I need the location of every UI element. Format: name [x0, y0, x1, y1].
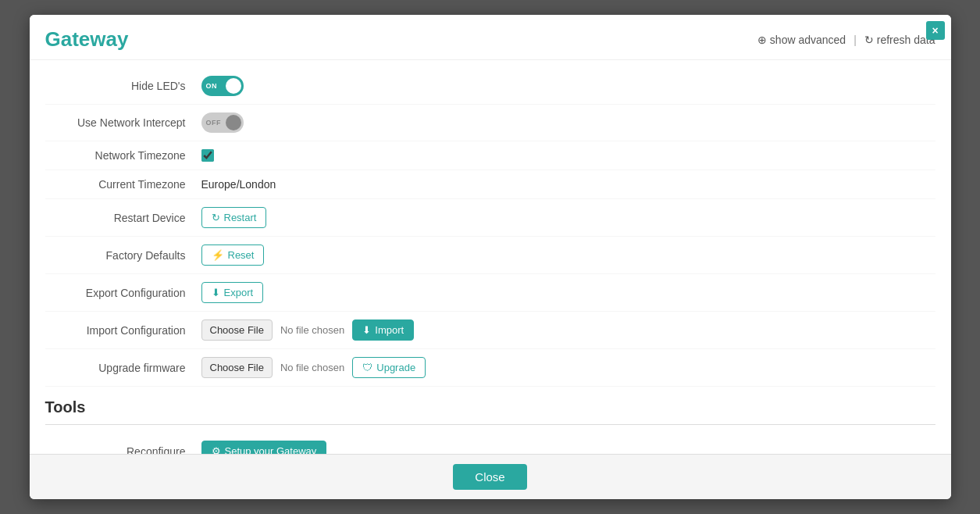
tools-title: Tools [45, 398, 935, 416]
gateway-modal: × Gateway ⊕ show advanced | ↻ refresh da… [30, 15, 951, 499]
refresh-icon: ↻ [864, 34, 874, 46]
tools-divider [45, 424, 935, 425]
import-config-control: Choose File No file chosen ⬇ Import [201, 319, 415, 341]
reset-button[interactable]: ⚡ Reset [201, 245, 265, 266]
reset-icon: ⚡ [212, 249, 224, 261]
upgrade-firmware-row: Upgrade firmware Choose File No file cho… [45, 349, 935, 387]
network-timezone-checkbox[interactable] [201, 149, 214, 162]
modal-body: Hide LED's ON Use Network Intercept OFF [30, 60, 951, 454]
upgrade-firmware-control: Choose File No file chosen 🛡 Upgrade [201, 357, 426, 378]
setup-button-wrapper: ⚙ Setup your Gateway ☞ [201, 441, 327, 454]
import-icon: ⬇ [362, 324, 371, 336]
current-timezone-label: Current Timezone [45, 178, 201, 191]
export-icon: ⬇ [212, 287, 220, 298]
restart-device-label: Restart Device [45, 212, 201, 224]
export-config-control: ⬇ Export [201, 282, 264, 303]
toggle-off-text: OFF [206, 119, 222, 127]
setup-icon: ⚙ [212, 445, 221, 454]
modal-footer: Close [30, 454, 951, 499]
setup-gateway-button[interactable]: ⚙ Setup your Gateway [201, 441, 327, 454]
factory-defaults-row: Factory Defaults ⚡ Reset [45, 237, 935, 274]
export-button[interactable]: ⬇ Export [201, 282, 264, 303]
export-config-row: Export Configuration ⬇ Export [45, 274, 935, 312]
upgrade-icon: 🛡 [362, 362, 372, 373]
header-divider: | [853, 34, 857, 46]
restart-icon: ↻ [212, 212, 220, 223]
current-timezone-row: Current Timezone Europe/London [45, 170, 935, 199]
network-intercept-row: Use Network Intercept OFF [45, 105, 935, 141]
network-timezone-label: Network Timezone [45, 149, 201, 162]
import-config-row: Import Configuration Choose File No file… [45, 312, 935, 349]
reset-label: Reset [228, 249, 255, 261]
export-config-label: Export Configuration [45, 287, 201, 299]
hide-leds-row: Hide LED's ON [45, 68, 935, 105]
import-button[interactable]: ⬇ Import [352, 319, 414, 341]
reconfigure-control: ⚙ Setup your Gateway ☞ [201, 441, 327, 454]
setup-label: Setup your Gateway [225, 445, 317, 454]
restart-device-control: ↻ Restart [201, 207, 267, 228]
network-timezone-row: Network Timezone [45, 141, 935, 170]
plus-icon: ⊕ [757, 34, 767, 46]
modal-overlay: × Gateway ⊕ show advanced | ↻ refresh da… [0, 0, 980, 514]
upgrade-choose-file-button[interactable]: Choose File [201, 357, 273, 378]
factory-defaults-control: ⚡ Reset [201, 245, 265, 266]
show-advanced-link[interactable]: ⊕ show advanced [757, 34, 846, 46]
modal-header: Gateway ⊕ show advanced | ↻ refresh data [30, 15, 951, 60]
import-choose-file-button[interactable]: Choose File [201, 319, 273, 341]
import-no-file-text: No file chosen [280, 324, 344, 336]
tools-section: Tools Reconfigure ⚙ Setup your Gateway ☞ [45, 387, 935, 454]
network-intercept-toggle[interactable]: OFF [201, 112, 244, 133]
reconfigure-label: Reconfigure [45, 445, 201, 455]
refresh-data-link[interactable]: ↻ refresh data [864, 34, 935, 46]
current-timezone-value: Europe/London [201, 178, 276, 191]
network-intercept-label: Use Network Intercept [45, 116, 201, 129]
modal-close-button[interactable]: × [926, 21, 945, 40]
restart-device-row: Restart Device ↻ Restart [45, 199, 935, 237]
hide-leds-label: Hide LED's [45, 80, 201, 92]
footer-close-button[interactable]: Close [453, 464, 526, 490]
upgrade-no-file-text: No file chosen [280, 362, 344, 373]
import-label: Import [375, 324, 404, 336]
modal-title: Gateway [45, 27, 129, 52]
import-config-label: Import Configuration [45, 324, 201, 337]
upgrade-label: Upgrade [376, 362, 415, 373]
toggle-on-text: ON [206, 82, 218, 90]
header-actions: ⊕ show advanced | ↻ refresh data [757, 34, 935, 46]
timezone-text: Europe/London [201, 178, 276, 191]
upgrade-firmware-label: Upgrade firmware [45, 362, 201, 374]
restart-label: Restart [224, 212, 257, 223]
hide-leds-toggle[interactable]: ON [201, 76, 244, 96]
restart-button[interactable]: ↻ Restart [201, 207, 267, 228]
export-label: Export [224, 287, 254, 298]
network-timezone-control [201, 149, 214, 162]
network-intercept-control: OFF [201, 112, 244, 133]
show-advanced-label: show advanced [770, 34, 846, 46]
hide-leds-control: ON [201, 76, 244, 96]
upgrade-button[interactable]: 🛡 Upgrade [352, 357, 426, 378]
reconfigure-row: Reconfigure ⚙ Setup your Gateway ☞ [45, 433, 935, 454]
factory-defaults-label: Factory Defaults [45, 249, 201, 262]
